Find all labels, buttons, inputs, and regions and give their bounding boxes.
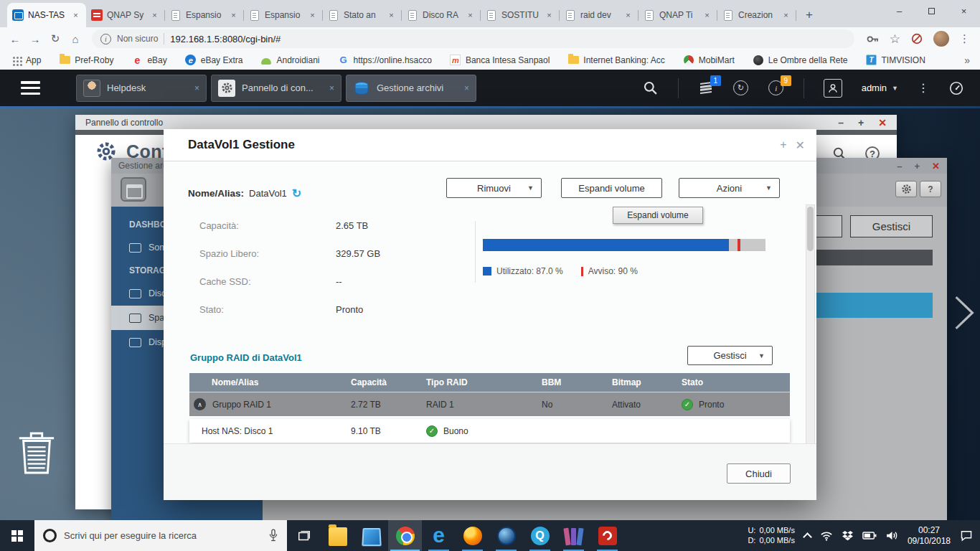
bookmark-item[interactable]: Internet Banking: Acc	[567, 55, 664, 66]
resource-monitor-icon[interactable]	[948, 80, 964, 96]
bookmark-item[interactable]: eeBay	[131, 55, 166, 66]
browser-tab[interactable]: QNAP Sy ×	[86, 3, 165, 27]
new-tab-button[interactable]: +	[799, 5, 819, 25]
taskbar-clock[interactable]: 00:27 09/10/2018	[908, 525, 951, 547]
tab-close-icon[interactable]: ×	[70, 10, 81, 21]
browser-tab[interactable]: Creazion ×	[717, 3, 796, 27]
taskbar-acrobat[interactable]	[590, 520, 624, 551]
taskbar-qfinder[interactable]: Q	[523, 520, 557, 551]
raid-disk-row[interactable]: Host NAS: Disco 1 9.10 TB ✓ Buono	[189, 419, 790, 443]
sm-close-button[interactable]: ✕	[932, 161, 940, 171]
qnap-tab-control-panel[interactable]: Pannello di con... ×	[211, 75, 341, 102]
tab-close-icon[interactable]: ×	[149, 10, 160, 21]
action-center-icon[interactable]	[960, 529, 973, 542]
window-maximize-button[interactable]	[915, 0, 948, 22]
sm-manage-button[interactable]: Gestisci	[850, 215, 933, 237]
tab-close-icon[interactable]: ×	[623, 10, 633, 21]
wifi-icon[interactable]	[820, 530, 833, 541]
bookmark-item[interactable]: Ghttps://online.hsacco	[338, 55, 432, 66]
tab-close-icon[interactable]: ×	[386, 10, 397, 21]
browser-tab[interactable]: Espansio ×	[165, 3, 244, 27]
cp-close-button[interactable]: ✕	[878, 117, 887, 128]
browser-tab[interactable]: QNAP Ti ×	[639, 3, 717, 27]
reload-icon[interactable]: ↻	[46, 29, 65, 48]
bookmark-item[interactable]: Pref-Roby	[59, 55, 113, 66]
taskbar-file-explorer[interactable]	[321, 520, 354, 551]
browser-tab-nas[interactable]: NAS-TAS ×	[7, 3, 86, 27]
window-minimize-button[interactable]: –	[883, 0, 915, 22]
expand-volume-button[interactable]: Espandi volume	[561, 178, 662, 198]
browser-tab[interactable]: Disco RA ×	[402, 3, 481, 27]
forward-icon[interactable]: →	[26, 29, 44, 48]
sm-minimize-button[interactable]: –	[897, 161, 902, 171]
back-icon[interactable]: ←	[6, 29, 24, 48]
speaker-icon[interactable]	[886, 530, 898, 541]
sm-help-icon[interactable]: ?	[920, 181, 941, 197]
sm-settings-gear-icon[interactable]	[895, 181, 917, 197]
battery-icon[interactable]	[862, 531, 877, 540]
taskbar-edge[interactable]: e	[422, 520, 456, 551]
bookmark-star-icon[interactable]: ☆	[890, 32, 900, 47]
tab-close-icon[interactable]: ×	[702, 10, 712, 21]
qnap-tab-helpdesk[interactable]: Helpdesk ×	[76, 75, 207, 102]
window-close-button[interactable]: ×	[948, 0, 980, 22]
taskbar-chrome[interactable]	[388, 520, 422, 551]
raid-manage-button[interactable]: Gestisci ▼	[687, 346, 773, 365]
more-options-icon[interactable]: ⋮	[918, 81, 929, 95]
close-dialog-button[interactable]: Chiudi	[727, 463, 791, 484]
dialog-detach-icon[interactable]: +	[780, 138, 786, 152]
actions-button[interactable]: Azioni ▼	[679, 178, 780, 198]
notifications-sync-icon[interactable]: ↻	[733, 80, 749, 96]
address-bar[interactable]: i Non sicuro 192.168.1.5:8080/cgi-bin/#	[92, 29, 854, 48]
raid-group-row[interactable]: ∧ Gruppo RAID 1 2.72 TB RAID 1 No Attiva…	[189, 392, 790, 416]
browser-tab[interactable]: raid dev ×	[560, 3, 639, 27]
tab-close-icon[interactable]: ×	[544, 10, 555, 21]
profile-avatar[interactable]	[933, 31, 949, 47]
taskbar-firefox[interactable]	[456, 520, 489, 551]
bookmark-item[interactable]: eeBay Extra	[185, 55, 243, 66]
taskbar-search-input[interactable]: Scrivi qui per eseguire la ricerca	[34, 520, 287, 551]
user-menu[interactable]: admin ▼	[862, 83, 898, 93]
bookmarks-overflow-icon[interactable]: »	[964, 55, 970, 66]
bookmark-item[interactable]: Le Ombre della Rete	[753, 55, 848, 66]
bookmark-apps[interactable]: App	[10, 55, 41, 66]
collapse-row-icon[interactable]: ∧	[194, 398, 206, 410]
tab-close-icon[interactable]: ×	[307, 10, 318, 21]
bookmark-item[interactable]: TTIMVISION	[865, 55, 925, 66]
qnap-tab-close-icon[interactable]: ×	[194, 83, 199, 93]
search-icon[interactable]	[643, 80, 659, 96]
taskbar-monitor-app[interactable]	[354, 520, 388, 551]
key-icon[interactable]	[866, 32, 880, 46]
cp-minimize-button[interactable]: –	[838, 117, 844, 128]
bookmark-item[interactable]: mBanca Intesa Sanpaol	[450, 55, 550, 66]
info-icon[interactable]: i 9	[768, 80, 784, 96]
home-icon[interactable]: ⌂	[66, 29, 85, 48]
task-view-button[interactable]	[287, 520, 321, 551]
taskbar-app-sphere[interactable]	[489, 520, 523, 551]
tab-close-icon[interactable]: ×	[465, 10, 476, 21]
background-tasks-icon[interactable]: 1	[698, 80, 714, 96]
qnap-tab-close-icon[interactable]: ×	[329, 83, 334, 93]
main-menu-icon[interactable]	[21, 81, 40, 95]
bookmark-item[interactable]: Androidiani	[260, 55, 319, 66]
recycle-bin-icon[interactable]	[16, 429, 57, 476]
scrollbar-thumb[interactable]	[807, 207, 814, 251]
remove-button[interactable]: Rimuovi ▼	[446, 178, 542, 198]
dropbox-icon[interactable]	[842, 531, 853, 541]
bookmark-item[interactable]: MobiMart	[683, 55, 735, 66]
cp-maximize-button[interactable]: +	[858, 117, 864, 128]
user-avatar-icon[interactable]	[824, 79, 842, 98]
microphone-icon[interactable]	[268, 529, 278, 542]
blocked-content-icon[interactable]	[910, 32, 923, 45]
browser-tab[interactable]: Stato an ×	[323, 3, 402, 27]
sm-maximize-button[interactable]: +	[915, 161, 920, 171]
qnap-tab-close-icon[interactable]: ×	[464, 83, 469, 93]
dialog-close-icon[interactable]: ✕	[796, 138, 805, 152]
qnap-tab-storage-manager[interactable]: Gestione archivi ×	[346, 75, 476, 102]
tray-overflow-chevron-icon[interactable]	[803, 532, 812, 542]
tab-close-icon[interactable]: ×	[781, 10, 791, 21]
browser-tab[interactable]: SOSTITU ×	[481, 3, 560, 27]
site-info-icon[interactable]: i	[100, 34, 111, 44]
taskbar-winrar[interactable]	[557, 520, 590, 551]
start-button[interactable]	[0, 520, 34, 551]
